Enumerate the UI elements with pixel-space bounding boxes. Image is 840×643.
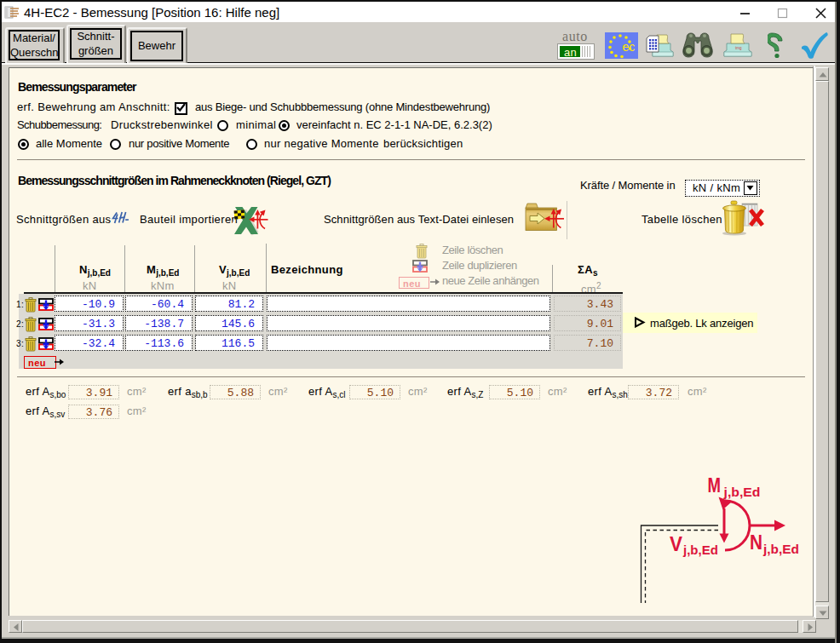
svg-text:V: V: [670, 532, 682, 555]
svg-text:tmg: tmg: [735, 46, 742, 50]
svg-text:N: N: [750, 531, 762, 554]
svg-text:M: M: [708, 474, 722, 497]
svg-text:j,b,Ed: j,b,Ed: [722, 485, 760, 499]
svg-text:j,b,Ed: j,b,Ed: [682, 543, 718, 557]
svg-text:ec: ec: [623, 40, 636, 54]
svg-text:j,b,Ed: j,b,Ed: [762, 543, 799, 556]
